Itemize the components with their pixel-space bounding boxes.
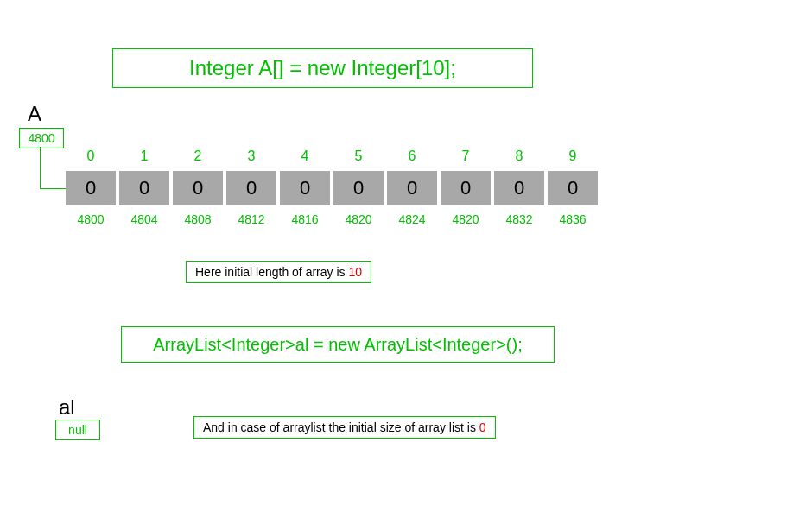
note-value: 10 [348,265,362,279]
index-label: 6 [387,148,437,164]
reference-a-box: 4800 [19,128,64,148]
note-array-length: Here initial length of array is 10 [186,261,371,283]
variable-al-label: al [59,395,75,420]
index-label: 3 [226,148,276,164]
index-label: 4 [280,148,330,164]
array-cell: 0 [333,171,384,205]
connector-horizontal [40,188,66,189]
index-label: 9 [548,148,598,164]
note-prefix: Here initial length of array is [195,265,348,279]
note-prefix: And in case of arraylist the initial siz… [203,420,479,434]
address-label: 4800 [66,212,116,226]
reference-al-box: null [55,420,100,440]
array-cell: 0 [494,171,544,205]
connector-vertical [40,147,41,188]
array-cell: 0 [119,171,169,205]
index-row: 0 1 2 3 4 5 6 7 8 9 [66,148,601,164]
array-cell: 0 [226,171,276,205]
address-label: 4808 [173,212,223,226]
address-label: 4836 [548,212,598,226]
variable-a-label: A [28,102,41,126]
array-cell: 0 [387,171,437,205]
note-arraylist-size: And in case of arraylist the initial siz… [193,416,496,439]
array-cell: 0 [173,171,223,205]
index-label: 0 [66,148,116,164]
address-label: 4832 [494,212,544,226]
address-label: 4812 [226,212,276,226]
array-row: 0 0 0 0 0 0 0 0 0 0 [66,171,601,205]
array-cell: 0 [548,171,598,205]
note-value: 0 [479,420,486,434]
array-cell: 0 [280,171,330,205]
index-label: 7 [441,148,491,164]
address-row: 4800 4804 4808 4812 4816 4820 4824 4820 … [66,212,601,226]
array-declaration-box: Integer A[] = new Integer[10]; [112,48,533,88]
index-label: 8 [494,148,544,164]
address-label: 4804 [119,212,169,226]
address-label: 4816 [280,212,330,226]
index-label: 1 [119,148,169,164]
index-label: 5 [333,148,384,164]
index-label: 2 [173,148,223,164]
array-cell: 0 [66,171,116,205]
address-label: 4820 [441,212,491,226]
arraylist-declaration-box: ArrayList<Integer>al = new ArrayList<Int… [121,326,555,363]
address-label: 4820 [333,212,384,226]
address-label: 4824 [387,212,437,226]
array-cell: 0 [441,171,491,205]
